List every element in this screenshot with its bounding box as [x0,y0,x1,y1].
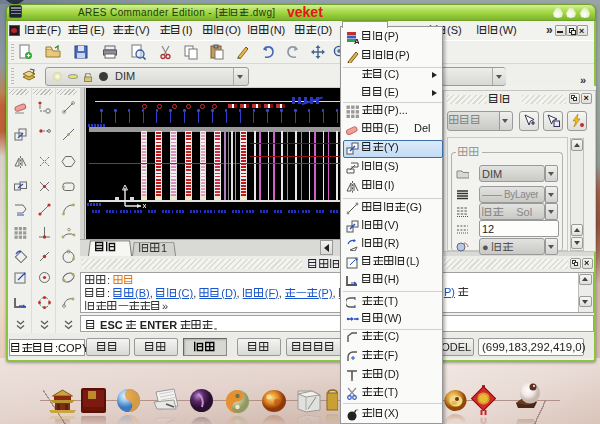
svg-text:A: A [354,37,359,44]
